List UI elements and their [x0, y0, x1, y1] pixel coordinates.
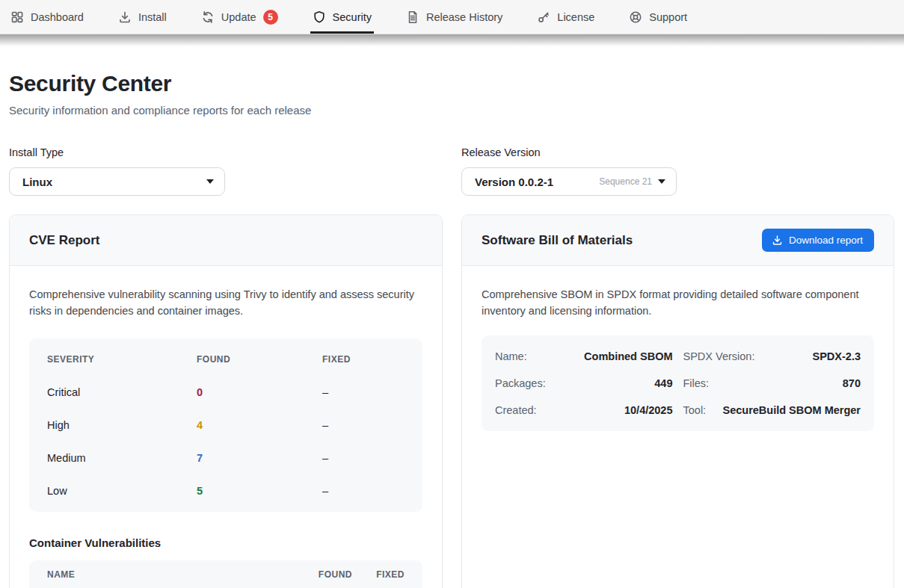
- col-fixed: FIXED: [352, 569, 405, 580]
- cve-table-header: SEVERITY FOUND FIXED: [29, 343, 422, 376]
- col-severity: SEVERITY: [47, 354, 197, 365]
- release-version-value: Version 0.0.2-1: [475, 176, 599, 188]
- cve-severity-table: SEVERITY FOUND FIXED Critical 0 – High 4…: [29, 338, 422, 512]
- sbom-field-label: Created:: [495, 404, 537, 416]
- refresh-icon: [201, 10, 215, 24]
- cve-card-header: CVE Report: [10, 215, 442, 266]
- found-count: 4: [197, 419, 322, 431]
- nav-item-license[interactable]: License: [537, 0, 594, 34]
- install-type-filter: Install Type Linux: [9, 146, 225, 196]
- install-type-label: Install Type: [9, 146, 225, 158]
- fixed-count: –: [322, 419, 405, 431]
- cve-card-body: Comprehensive vulnerability scanning usi…: [10, 266, 442, 588]
- nav-label: Release History: [426, 11, 502, 23]
- sbom-field-value: SecureBuild SBOM Merger: [713, 404, 861, 416]
- filters-row: Install Type Linux Release Version Versi…: [9, 146, 894, 196]
- release-version-label: Release Version: [461, 146, 677, 158]
- document-icon: [406, 10, 419, 24]
- nav-label: Support: [649, 11, 687, 23]
- container-vulnerabilities-header: NAME FOUND FIXED: [29, 560, 422, 588]
- sbom-field-label: Packages:: [495, 377, 546, 389]
- page-subtitle: Security information and compliance repo…: [9, 104, 894, 117]
- download-icon: [118, 10, 132, 24]
- table-row: Name: Combined SBOM SPDX Version: SPDX-2…: [495, 343, 861, 370]
- container-vulnerabilities-title: Container Vulnerabilities: [29, 536, 422, 549]
- chevron-down-icon: [658, 179, 665, 184]
- key-icon: [537, 10, 550, 24]
- sbom-card-title: Software Bill of Materials: [482, 233, 633, 248]
- lifebuoy-icon: [629, 10, 642, 24]
- nav-item-release-history[interactable]: Release History: [406, 0, 502, 34]
- chevron-down-icon: [206, 179, 214, 184]
- cve-card-title: CVE Report: [29, 233, 99, 248]
- nav-label: Security: [333, 11, 372, 23]
- nav-item-dashboard[interactable]: Dashboard: [10, 0, 84, 34]
- sbom-field-value: SPDX-2.3: [762, 350, 861, 362]
- fixed-count: –: [322, 485, 405, 497]
- nav-shadow: [0, 34, 904, 46]
- dashboard-grid-icon: [10, 10, 24, 24]
- sbom-field-label: Tool:: [683, 404, 707, 416]
- nav-label: Update: [221, 11, 256, 23]
- table-row: Created: 10/4/2025 Tool: SecureBuild SBO…: [495, 397, 861, 424]
- nav-label: Install: [138, 11, 167, 23]
- nav-item-update[interactable]: Update 5: [201, 0, 278, 34]
- severity-label: Medium: [47, 452, 197, 464]
- download-report-label: Download report: [789, 235, 863, 246]
- table-row: High 4 –: [29, 409, 422, 442]
- sbom-field-label: SPDX Version:: [683, 350, 755, 362]
- sbom-info-box: Name: Combined SBOM SPDX Version: SPDX-2…: [482, 335, 874, 431]
- fixed-count: –: [322, 452, 405, 464]
- download-icon: [772, 235, 783, 246]
- table-row: Low 5 –: [29, 474, 422, 507]
- sbom-card-body: Comprehensive SBOM in SPDX format provid…: [462, 266, 894, 451]
- shield-icon: [313, 10, 326, 24]
- install-type-select[interactable]: Linux: [9, 167, 225, 196]
- found-count: 5: [197, 485, 322, 497]
- sbom-field-value: 10/4/2025: [544, 404, 673, 416]
- top-nav: Dashboard Install Update 5 Security Rele…: [0, 0, 904, 34]
- fixed-count: –: [322, 386, 405, 398]
- release-version-filter: Release Version Version 0.0.2-1 Sequence…: [461, 146, 677, 196]
- table-row: Medium 7 –: [29, 442, 422, 474]
- cve-description: Comprehensive vulnerability scanning usi…: [29, 287, 422, 319]
- release-sequence: Sequence 21: [599, 176, 652, 187]
- sbom-description: Comprehensive SBOM in SPDX format provid…: [482, 287, 874, 319]
- download-report-button[interactable]: Download report: [762, 229, 874, 252]
- col-found: FOUND: [197, 354, 322, 365]
- nav-item-security[interactable]: Security: [313, 0, 372, 34]
- cards-row: CVE Report Comprehensive vulnerability s…: [9, 214, 894, 588]
- nav-label: Dashboard: [31, 11, 84, 23]
- col-name: NAME: [47, 569, 304, 580]
- main-content: Security Center Security information and…: [0, 71, 904, 588]
- sbom-field-value: 870: [716, 377, 861, 389]
- install-type-value: Linux: [22, 176, 200, 188]
- col-fixed: FIXED: [322, 354, 405, 365]
- nav-item-install[interactable]: Install: [118, 0, 167, 34]
- update-count-badge: 5: [263, 10, 278, 25]
- release-version-select[interactable]: Version 0.0.2-1 Sequence 21: [461, 167, 677, 196]
- sbom-field-label: Name:: [495, 350, 527, 362]
- table-row: Critical 0 –: [29, 376, 422, 409]
- severity-label: Critical: [47, 386, 197, 398]
- sbom-card: Software Bill of Materials Download repo…: [461, 214, 894, 588]
- found-count: 7: [197, 452, 322, 464]
- sbom-field-label: Files:: [683, 377, 710, 389]
- sbom-field-value: Combined SBOM: [535, 350, 673, 362]
- severity-label: High: [47, 419, 197, 431]
- table-row: Packages: 449 Files: 870: [495, 370, 861, 397]
- sbom-field-value: 449: [553, 377, 673, 389]
- sbom-card-header: Software Bill of Materials Download repo…: [462, 215, 894, 266]
- found-count: 0: [197, 386, 322, 398]
- severity-label: Low: [47, 485, 197, 497]
- col-found: FOUND: [304, 569, 352, 580]
- page-title: Security Center: [9, 71, 894, 96]
- nav-item-support[interactable]: Support: [629, 0, 687, 34]
- nav-label: License: [557, 11, 594, 23]
- cve-report-card: CVE Report Comprehensive vulnerability s…: [9, 214, 443, 588]
